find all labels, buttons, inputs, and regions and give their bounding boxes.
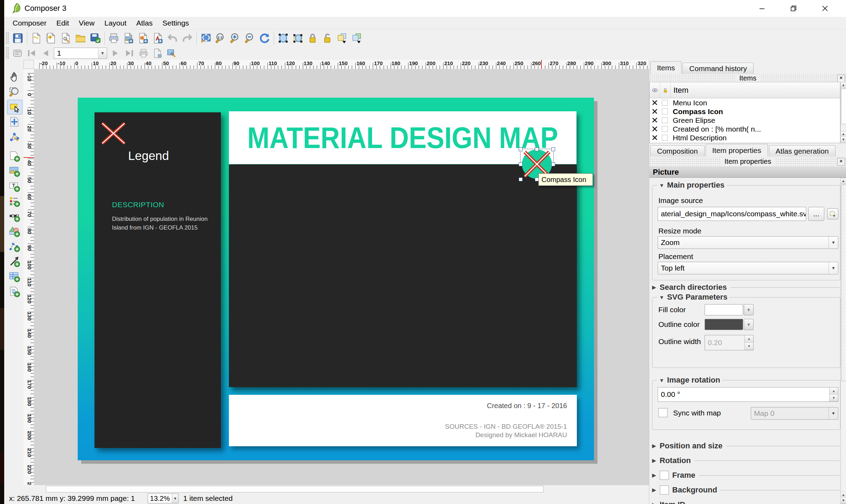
redo-button[interactable]	[180, 31, 195, 45]
export-atlas-button[interactable]	[151, 47, 165, 59]
export-svg-button[interactable]	[136, 31, 151, 45]
outline-color-swatch[interactable]	[705, 319, 743, 330]
visibility-check[interactable]: ✕	[650, 107, 660, 116]
browse-button[interactable]: ...	[808, 207, 824, 221]
item-row[interactable]: ✕Green Elipse	[650, 116, 840, 125]
items-table[interactable]: Item ✕Menu Icon✕Compass Icon✕Green Elips…	[649, 82, 840, 143]
close-button[interactable]	[809, 0, 841, 17]
zoom-in-button[interactable]	[228, 31, 243, 45]
duplicate-composition-button[interactable]	[44, 31, 58, 45]
items-scrollbar[interactable]: ▲ ▲ ▼	[840, 82, 846, 143]
scroll-up-icon[interactable]: ▲	[841, 492, 846, 498]
tab-atlas-generation[interactable]: Atlas generation	[769, 145, 835, 156]
add-new-label-button[interactable]: T	[7, 179, 22, 193]
new-composition-button[interactable]	[29, 31, 44, 45]
atlas-page-combo[interactable]: ▼	[54, 48, 107, 59]
spin-up-icon[interactable]: ▲	[830, 387, 838, 394]
add-nodes-item-button[interactable]	[7, 239, 22, 253]
item-row[interactable]: ✕Menu Icon	[650, 98, 840, 107]
toolbar-grip[interactable]	[6, 32, 9, 44]
atlas-page-input[interactable]	[54, 48, 98, 58]
lock-check[interactable]	[660, 117, 670, 123]
save-button[interactable]	[11, 31, 25, 45]
selection-handle[interactable]	[551, 147, 555, 151]
group-items-button[interactable]	[276, 31, 291, 45]
horizontal-scrollbar[interactable]	[34, 485, 649, 493]
refresh-button[interactable]	[257, 31, 272, 45]
selection-handle[interactable]	[535, 147, 539, 151]
visibility-check[interactable]: ✕	[650, 116, 660, 125]
add-new-legend-button[interactable]	[7, 194, 22, 208]
svg-parameters-header[interactable]: ▼ SVG Parameters	[657, 293, 729, 302]
composer-manager-button[interactable]	[58, 31, 73, 45]
menu-view[interactable]: View	[74, 18, 99, 29]
ungroup-items-button[interactable]	[291, 31, 305, 45]
outline-width-spinner[interactable]: 0.20 ▲▼	[705, 335, 754, 350]
image-source-input[interactable]: aterial_design_map/Icons/compass_white.s…	[658, 207, 806, 221]
zoom-full-button[interactable]	[198, 31, 213, 45]
map-frame[interactable]	[229, 164, 577, 387]
visibility-check[interactable]: ✕	[650, 134, 660, 142]
section-position-and-size[interactable]: ▶Position and size	[652, 441, 840, 451]
spin-up-icon[interactable]: ▲	[745, 335, 753, 343]
save-as-template-button[interactable]	[88, 31, 103, 45]
atlas-next-button[interactable]	[109, 47, 123, 59]
zoom-button[interactable]	[7, 85, 22, 99]
print-button[interactable]	[106, 31, 121, 45]
edit-nodes-item-button[interactable]	[7, 130, 22, 144]
menu-settings[interactable]: Settings	[158, 18, 194, 29]
tab-command-history[interactable]: Command history	[683, 63, 754, 74]
lock-check[interactable]	[660, 100, 670, 106]
tab-composition[interactable]: Composition	[650, 145, 705, 156]
menu-edit[interactable]: Edit	[51, 18, 74, 29]
lock-items-button[interactable]	[305, 31, 320, 45]
add-html-frame-button[interactable]: </>	[7, 285, 22, 299]
chevron-down-icon[interactable]: ▼	[172, 494, 178, 503]
undo-button[interactable]	[165, 31, 180, 45]
menu-composer[interactable]: Composer	[8, 18, 51, 29]
add-new-scalebar-button[interactable]	[7, 209, 22, 223]
add-shape-button[interactable]	[7, 224, 22, 238]
legend-panel[interactable]: Legend DESCRIPTION Distribution of popul…	[95, 112, 221, 448]
add-image-button[interactable]	[7, 164, 22, 178]
print-atlas-button[interactable]	[137, 47, 151, 59]
footer-band[interactable]: Created on : 9 - 17 - 2016 SOURCES - IGN…	[229, 395, 577, 446]
scroll-up-icon[interactable]: ▲	[841, 178, 846, 184]
atlas-preview-button[interactable]	[11, 47, 25, 59]
add-new-map-button[interactable]	[7, 149, 22, 163]
section-item-id[interactable]: ▶Item ID	[652, 499, 840, 504]
properties-scrollbar[interactable]: ▲ ▲ ▼	[840, 178, 846, 504]
scroll-up-icon[interactable]: ▲	[841, 82, 846, 88]
atlas-first-button[interactable]	[25, 47, 39, 59]
tab-item-properties[interactable]: Item properties	[706, 144, 768, 156]
item-row[interactable]: ✕Html Description	[650, 133, 840, 142]
fill-color-dropdown[interactable]: ▼	[744, 304, 754, 315]
scrollbar-thumb[interactable]	[46, 486, 544, 492]
lock-check[interactable]	[660, 135, 670, 141]
menu-x-icon[interactable]	[100, 121, 127, 145]
scroll-down-icon[interactable]: ▼	[841, 137, 846, 143]
outline-color-dropdown[interactable]: ▼	[744, 319, 754, 330]
composition-page[interactable]: Legend DESCRIPTION Distribution of popul…	[78, 98, 594, 460]
atlas-prev-button[interactable]	[39, 47, 53, 59]
scrollbar-thumb[interactable]	[841, 184, 846, 381]
select-move-button[interactable]	[7, 100, 22, 114]
visibility-check[interactable]: ✕	[650, 99, 660, 107]
zoom-level-combo[interactable]: 13.2% ▼	[148, 493, 179, 503]
rotation-spinner[interactable]: 0.00 ° ▲▼	[658, 387, 838, 402]
chevron-down-icon[interactable]: ▼	[98, 48, 107, 58]
section-checkbox[interactable]	[660, 471, 669, 480]
close-icon[interactable]: ✕	[837, 75, 845, 82]
zoom-out-button[interactable]	[243, 31, 257, 45]
composer-canvas[interactable]: Legend DESCRIPTION Distribution of popul…	[34, 69, 649, 485]
selection-handle[interactable]	[551, 162, 555, 166]
placement-select[interactable]: Top left ▼	[658, 262, 838, 274]
section-checkbox[interactable]	[660, 485, 669, 495]
title-bar[interactable]: Composer 3	[4, 0, 846, 17]
sync-with-map-checkbox[interactable]	[658, 408, 667, 417]
export-pdf-button[interactable]	[151, 31, 165, 45]
scrollbar-thumb[interactable]	[841, 89, 846, 124]
lock-check[interactable]	[660, 126, 670, 132]
zoom-one-to-one-button[interactable]: 1:1	[213, 31, 228, 45]
selection-handle[interactable]	[519, 162, 523, 166]
